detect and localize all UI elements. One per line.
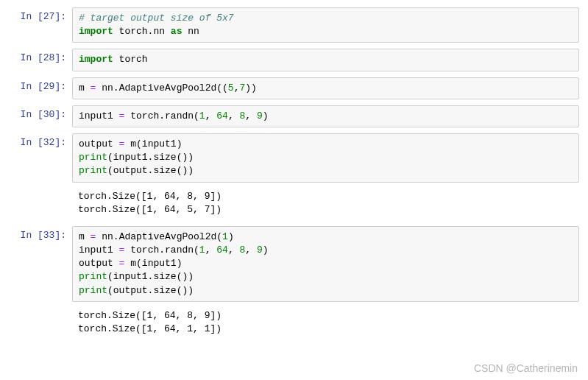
output-cell: torch.Size([1, 64, 8, 9]) torch.Size([1,… <box>9 189 579 220</box>
code-output: torch.Size([1, 64, 8, 9]) torch.Size([1,… <box>72 308 579 339</box>
code-cell: In [33]:m = nn.AdaptiveAvgPool2d(1) inpu… <box>9 226 579 302</box>
code-cell: In [27]:# target output size of 5x7 impo… <box>9 7 579 43</box>
notebook-cells: In [27]:# target output size of 5x7 impo… <box>9 7 579 339</box>
code-cell: In [30]:input1 = torch.randn(1, 64, 8, 9… <box>9 105 579 127</box>
code-input[interactable]: import torch <box>72 49 579 71</box>
output-prompt <box>9 308 72 315</box>
input-prompt: In [27]: <box>9 7 72 26</box>
code-input[interactable]: m = nn.AdaptiveAvgPool2d(1) input1 = tor… <box>72 226 579 302</box>
code-cell: In [32]:output = m(input1) print(input1.… <box>9 133 579 183</box>
code-input[interactable]: # target output size of 5x7 import torch… <box>72 7 579 43</box>
input-prompt: In [33]: <box>9 226 72 244</box>
input-prompt: In [29]: <box>9 77 72 96</box>
output-prompt <box>9 189 72 196</box>
code-input[interactable]: input1 = torch.randn(1, 64, 8, 9) <box>72 105 579 127</box>
output-cell: torch.Size([1, 64, 8, 9]) torch.Size([1,… <box>9 308 579 339</box>
code-output: torch.Size([1, 64, 8, 9]) torch.Size([1,… <box>72 189 579 220</box>
code-input[interactable]: output = m(input1) print(input1.size()) … <box>72 133 579 183</box>
code-input[interactable]: m = nn.AdaptiveAvgPool2d((5,7)) <box>72 77 579 99</box>
input-prompt: In [28]: <box>9 49 72 67</box>
code-cell: In [28]:import torch <box>9 49 579 71</box>
code-cell: In [29]:m = nn.AdaptiveAvgPool2d((5,7)) <box>9 77 579 99</box>
input-prompt: In [32]: <box>9 133 72 152</box>
input-prompt: In [30]: <box>9 105 72 124</box>
